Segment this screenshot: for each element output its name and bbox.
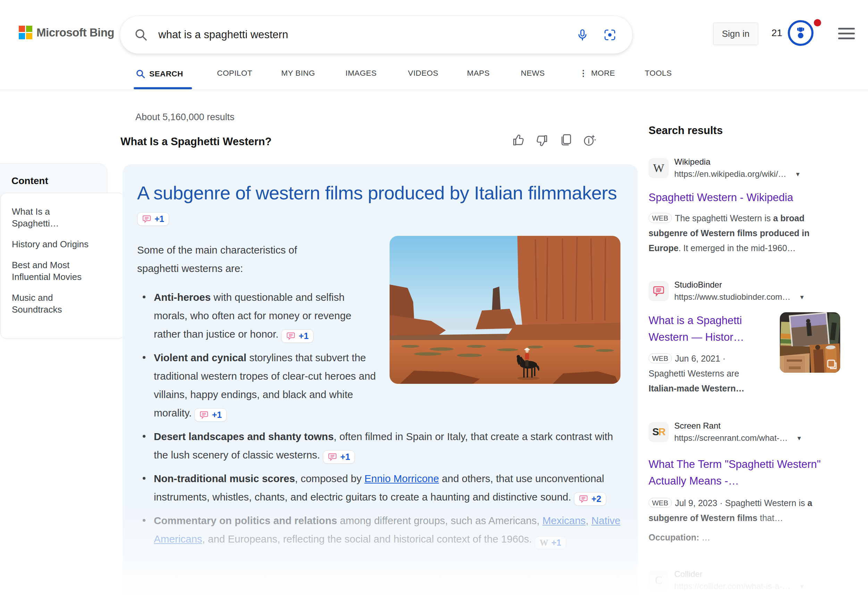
result-snippet: WEBThe spaghetti Western is a broad subg… <box>648 211 840 256</box>
chevron-down-icon[interactable]: ▾ <box>800 582 804 591</box>
site-name: StudioBinder <box>674 280 804 290</box>
content-item-music[interactable]: Music and Soundtracks <box>12 292 94 315</box>
chevron-down-icon[interactable]: ▾ <box>796 170 800 178</box>
microsoft-logo-icon <box>19 26 32 39</box>
content-panel-card: What Is a Spaghetti… History and Origins… <box>0 193 124 339</box>
site-url: https://en.wikipedia.org/wiki/… <box>674 169 787 179</box>
citation-badge[interactable]: +1 <box>323 450 355 464</box>
site-name: Wikipedia <box>674 157 800 167</box>
notification-dot <box>814 19 821 27</box>
search-tab-icon <box>136 69 146 79</box>
thumbs-up-icon[interactable] <box>512 133 525 147</box>
chat-bubble-icon <box>328 452 337 462</box>
nav-bar: SEARCH COPILOT MY BING IMAGES VIDEOS MAP… <box>0 59 868 90</box>
tab-tools[interactable]: TOOLS <box>645 69 672 78</box>
ai-info-icon[interactable] <box>583 133 596 147</box>
list-item: Commentary on politics and relations amo… <box>137 511 620 549</box>
citation-badge[interactable]: +1 <box>195 408 227 422</box>
chat-bubble-icon <box>652 285 665 298</box>
tab-videos[interactable]: VIDEOS <box>408 69 438 78</box>
result-screenrant: SR Screen Rant https://screenrant.com/wh… <box>648 421 840 545</box>
result-title[interactable]: What is a Spaghetti Western — Histor… <box>648 312 763 346</box>
rewards-widget[interactable]: 21 <box>772 20 813 46</box>
tab-news[interactable]: NEWS <box>521 69 545 78</box>
result-title[interactable]: Spaghetti Western - Wikipedia <box>648 189 840 206</box>
result-snippet: WEBJun 6, 2021 · Spaghetti Westerns are … <box>648 351 763 396</box>
citation-badge[interactable]: W+1 <box>535 536 566 549</box>
rewards-count: 21 <box>772 27 782 38</box>
citation-badge[interactable]: +2 <box>574 492 606 506</box>
content-outline-panel: Content What Is a Spaghetti… History and… <box>0 163 107 332</box>
tab-maps[interactable]: MAPS <box>467 69 490 78</box>
search-input[interactable] <box>158 28 576 41</box>
result-snippet: WEBJul 9, 2023 · Spaghetti Western is a … <box>648 496 840 525</box>
citation-badge[interactable]: +1 <box>281 329 313 343</box>
answer-intro: Some of the main characteristics of spag… <box>137 241 332 278</box>
characteristics-list: Anti-heroes with questionable and selfis… <box>137 288 620 549</box>
result-wikipedia: W Wikipedia https://en.wikipedia.org/wik… <box>648 157 840 256</box>
collider-favicon: C <box>648 570 669 591</box>
content-item-best-movies[interactable]: Best and Most Influential Movies <box>12 259 94 283</box>
tab-copilot[interactable]: COPILOT <box>217 69 252 78</box>
citation-badge[interactable]: +1 <box>137 212 169 226</box>
tab-more[interactable]: ⋮ MORE <box>579 69 615 78</box>
site-name: Screen Rant <box>674 421 801 431</box>
page-title: What Is a Spaghetti Western? <box>121 135 272 148</box>
list-item: Anti-heroes with questionable and selfis… <box>137 288 620 343</box>
visual-search-icon[interactable] <box>604 28 616 41</box>
more-dots-icon: ⋮ <box>579 69 588 77</box>
chevron-down-icon[interactable]: ▾ <box>800 293 804 301</box>
content-item-what-is[interactable]: What Is a Spaghetti… <box>12 206 94 229</box>
result-source-link[interactable]: C Collider https://collider.com/what-is-… <box>648 569 840 591</box>
chat-bubble-icon <box>142 214 151 224</box>
tab-search[interactable]: SEARCH <box>136 69 183 79</box>
web-tag: WEB <box>648 353 672 363</box>
chevron-down-icon[interactable]: ▾ <box>797 434 801 442</box>
web-tag: WEB <box>648 498 672 508</box>
link-mexicans[interactable]: Mexicans <box>542 515 586 526</box>
result-collider: C Collider https://collider.com/what-is-… <box>648 569 840 591</box>
screenrant-favicon: SR <box>648 422 669 442</box>
result-title[interactable]: What The Term "Spaghetti Western" Actual… <box>648 456 840 489</box>
search-results-rail: Search results W Wikipedia https://en.wi… <box>648 124 840 591</box>
result-thumbnail[interactable] <box>780 312 840 373</box>
studiobinder-favicon <box>648 281 669 301</box>
brand-text: Microsoft Bing <box>37 26 114 39</box>
thumbs-down-icon[interactable] <box>535 133 549 147</box>
chat-bubble-icon <box>579 494 588 504</box>
rail-title: Search results <box>648 124 840 137</box>
result-studiobinder: StudioBinder https://www.studiobinder.co… <box>648 280 840 396</box>
microphone-icon[interactable] <box>576 28 589 41</box>
sign-in-button[interactable]: Sign in <box>713 22 758 45</box>
content-panel-title: Content <box>12 175 48 186</box>
search-box[interactable] <box>120 16 633 54</box>
rewards-medal-icon <box>788 20 813 46</box>
result-source-link[interactable]: SR Screen Rant https://screenrant.com/wh… <box>648 421 840 443</box>
web-tag: WEB <box>648 213 672 223</box>
site-url: https://www.studiobinder.com… <box>674 292 791 302</box>
list-item: Non-traditional music scores, composed b… <box>137 469 620 506</box>
copy-icon[interactable] <box>559 133 572 147</box>
results-count: About 5,160,000 results <box>136 112 234 123</box>
result-source-link[interactable]: StudioBinder https://www.studiobinder.co… <box>648 280 840 302</box>
tab-images[interactable]: IMAGES <box>345 69 377 78</box>
content-item-history[interactable]: History and Origins <box>12 238 94 250</box>
bing-logo[interactable]: Microsoft Bing <box>19 26 114 39</box>
list-item: Violent and cynical storylines that subv… <box>137 348 620 422</box>
search-icon[interactable] <box>134 28 148 42</box>
wikipedia-favicon: W <box>648 158 669 178</box>
answer-heading: A subgenre of western films produced by … <box>137 179 620 232</box>
wikipedia-source-icon: W <box>540 539 548 547</box>
active-tab-underline <box>134 87 192 89</box>
result-source-link[interactable]: W Wikipedia https://en.wikipedia.org/wik… <box>648 157 840 179</box>
list-item: Desert landscapes and shanty towns, ofte… <box>137 427 620 464</box>
result-occupation-line: Occupation: … <box>648 530 840 545</box>
site-url: https://collider.com/what-is-a-… <box>674 582 791 591</box>
link-ennio-morricone[interactable]: Ennio Morricone <box>365 473 439 484</box>
answer-card: A subgenre of western films produced by … <box>123 164 638 595</box>
tab-my-bing[interactable]: MY BING <box>281 69 315 78</box>
site-name: Collider <box>674 569 804 579</box>
chat-bubble-icon <box>286 332 295 341</box>
hamburger-menu-button[interactable] <box>838 28 855 39</box>
site-url: https://screenrant.com/what-… <box>674 433 788 443</box>
